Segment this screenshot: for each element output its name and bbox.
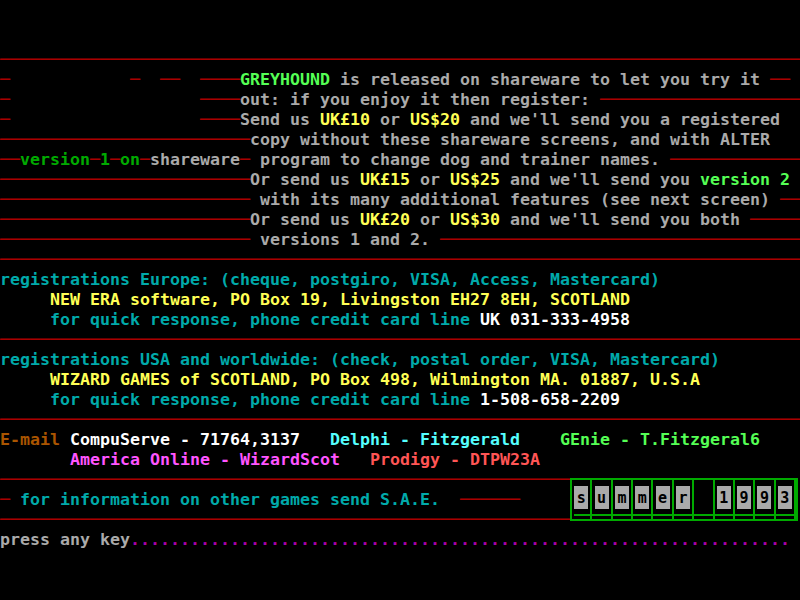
text-segment [10,90,200,109]
red-rule-segment: ─ [90,150,100,169]
screen-row-24: press any key...........................… [0,530,790,550]
text-segment [340,450,370,469]
date-char: 9 [757,486,771,509]
red-rule-segment: ───────────────────────── [0,230,250,249]
date-char: e [656,486,670,509]
text-segment: program to change dog and trainer names. [250,150,660,169]
email-delphi: Delphi - Fitzgerald [330,430,520,449]
date-char: m [635,486,649,509]
screen-row-17: for quick response, phone credit card li… [0,390,620,410]
text-segment [760,70,770,89]
text-segment: and we'll send you [500,170,700,189]
version1-label: version [20,150,90,169]
red-rule-segment: ───── [750,210,800,229]
screen-row-18: ────────────────────────────────────────… [0,410,800,430]
red-rule-segment: ──── [200,110,240,129]
version2-label: version 2 [700,170,790,189]
red-rule-segment: ─ [0,490,10,509]
red-rule-segment: ─ [130,70,140,89]
screen-row-9: ───────────────────────── versions 1 and… [0,230,800,250]
screen-row-22: ─ for information on other games send S.… [0,490,520,510]
text-segment: Or send us [250,210,360,229]
phone-uk: UK 031-333-4958 [480,310,630,329]
price-v2-uk: UK£15 [360,170,410,189]
email-genie: GEnie - T.Fitzgeral6 [560,430,760,449]
text-segment [60,430,70,449]
price-v1-us: US$20 [410,110,460,129]
text-segment [10,110,200,129]
registrations-usa-heading: registrations USA and worldwide: (check,… [0,350,720,369]
screen-row-11: registrations Europe: (cheque, postgiro,… [0,270,660,290]
phone-usa: 1-508-658-2209 [480,390,620,409]
sae-note: for information on other games send S.A.… [10,490,460,509]
screen-row-6: ─────────────────────────Or send us UK£1… [0,170,790,190]
text-segment: versions 1 and 2. [250,230,440,249]
email-prodigy: Prodigy - DTPW23A [370,450,540,469]
red-rule-segment: ─ [140,150,150,169]
rule-below-sae: ────────────────────────────────────────… [0,510,570,529]
text-segment [0,290,50,309]
text-segment [140,70,160,89]
text-segment [0,390,50,409]
red-rule-segment: ───────────────────────── [0,210,250,229]
screen-row-14: ────────────────────────────────────────… [0,330,800,350]
text-segment: is released on shareware to let you try … [330,70,760,89]
rule-mid-1: ────────────────────────────────────────… [0,250,800,269]
version1-label: on [120,150,140,169]
price-both-uk: UK£20 [360,210,410,229]
text-segment: shareware [150,150,240,169]
text-segment: Or send us [250,170,360,189]
rule-mid-2: ────────────────────────────────────────… [0,330,800,349]
email-aol: America Online - WizardScot [70,450,340,469]
text-segment [0,310,50,329]
screen-row-2: ─ ────out: if you enjoy it then register… [0,90,800,110]
red-rule-segment: ──── [200,90,240,109]
text-segment [300,430,330,449]
red-rule-segment: ─ [110,150,120,169]
screen-row-7: ───────────────────────── with its many … [0,190,800,210]
red-rule-segment: ───────────────────────── [0,190,250,209]
text-segment: Send us [240,110,320,129]
text-segment [10,70,130,89]
text-segment: for quick response, phone credit card li… [50,310,480,329]
screen-row-12: NEW ERA software, PO Box 19, Livingston … [0,290,630,310]
red-rule-segment: ──────────────────── [600,90,800,109]
email-compuserve: CompuServe - 71764,3137 [70,430,300,449]
text-segment: for quick response, phone credit card li… [50,390,480,409]
address-europe: NEW ERA software, PO Box 19, Livingston … [50,290,630,309]
screen-row-13: for quick response, phone credit card li… [0,310,630,330]
red-rule-segment: ──── [200,70,240,89]
red-rule-segment: ───────────────────────── [0,170,250,189]
text-segment: with its many additional features (see n… [250,190,780,209]
rule-top: ────────────────────────────────────────… [0,50,800,69]
email-label: E-mail [0,430,60,449]
date-char: 9 [737,486,751,509]
date-box-underline [574,514,794,516]
screen-row-1: ─ ─ ── ────GREYHOUND is released on shar… [0,70,790,90]
date-char: u [595,486,609,509]
red-rule-segment: ─ [240,150,250,169]
red-rule-segment: ── [160,70,180,89]
screen-row-15: registrations USA and worldwide: (check,… [0,350,720,370]
screen-row-3: ─ ────Send us UK£10 or US$20 and we'll s… [0,110,780,130]
screen-row-16: WIZARD GAMES of SCOTLAND, PO Box 498, Wi… [0,370,700,390]
text-segment: or [410,170,450,189]
text-segment: and we'll send you a registered [460,110,780,129]
text-segment [520,430,560,449]
screen-row-0: ────────────────────────────────────────… [0,50,800,70]
game-title: GREYHOUND [240,70,330,89]
rule-mid-3: ────────────────────────────────────────… [0,410,800,429]
text-segment [0,450,70,469]
red-rule-segment: ─ [0,90,10,109]
price-v1-uk: UK£10 [320,110,370,129]
screen-row-8: ─────────────────────────Or send us UK£2… [0,210,800,230]
red-rule-segment: ── [770,70,790,89]
red-rule-segment: ── [780,190,800,209]
red-rule-segment: ───────────── [670,150,800,169]
address-usa: WIZARD GAMES of SCOTLAND, PO Box 498, Wi… [50,370,700,389]
date-box: summer1993 [570,478,798,521]
date-char: r [676,486,690,509]
text-segment [0,370,50,389]
date-char: 3 [778,486,792,509]
rule-above-sae: ────────────────────────────────────────… [0,470,570,489]
